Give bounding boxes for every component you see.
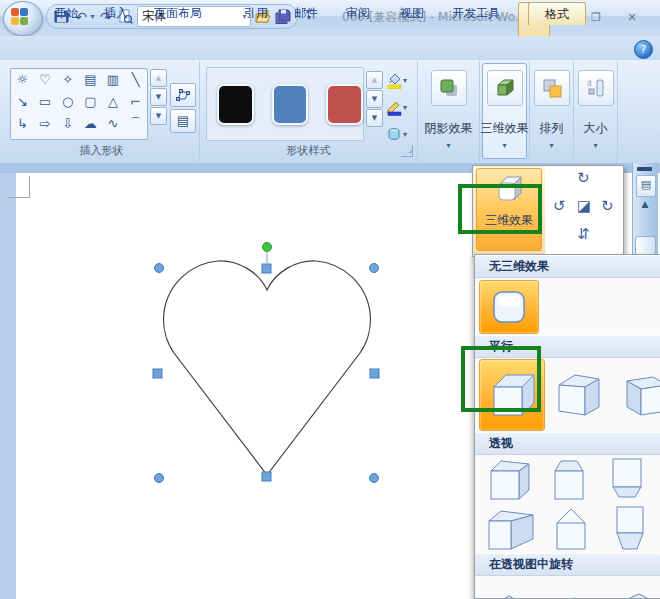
scroll-up-icon[interactable]: ▲ bbox=[636, 199, 654, 209]
tab-format[interactable]: 格式 bbox=[528, 2, 586, 25]
arrange-button[interactable]: 排列 ▾ bbox=[532, 63, 571, 159]
shape-rounded-rectangle-icon[interactable]: ▢ bbox=[84, 95, 96, 109]
rotate-vertical-icon[interactable]: ⇵ bbox=[577, 226, 590, 242]
gallery-more-icon[interactable]: ▼ bbox=[150, 107, 167, 125]
tilt-icon[interactable]: ◪ bbox=[577, 198, 591, 214]
gallery-scroll-up-icon[interactable]: ▲ bbox=[150, 69, 167, 87]
shape-styles-dialog-launcher-icon[interactable]: ⌟ bbox=[401, 145, 413, 157]
heart-shape bbox=[164, 261, 371, 475]
change-shape-button[interactable]: ▾ bbox=[386, 123, 416, 145]
perspective-long-box-icon bbox=[485, 505, 535, 551]
change-shape-dropdown-icon[interactable]: ▾ bbox=[403, 130, 407, 139]
resize-handle-bottom-left bbox=[155, 474, 164, 483]
split-window-handle[interactable] bbox=[637, 167, 652, 171]
fill-dropdown-icon[interactable]: ▾ bbox=[403, 76, 407, 85]
effect-perspective-top-tile[interactable] bbox=[547, 457, 591, 501]
tab-page-layout[interactable]: 页面布局 bbox=[146, 2, 210, 24]
perspective-top-icon bbox=[547, 457, 591, 501]
rotate-controls: ↻ ↺ ◪ ↻ ⇵ bbox=[547, 166, 621, 254]
style-more-icon[interactable]: ▼ bbox=[366, 109, 383, 127]
tab-mailings[interactable]: 邮件 bbox=[286, 2, 326, 24]
effect-perspective-cube-tile[interactable] bbox=[485, 457, 533, 501]
shape-star-4point-icon[interactable]: ✧ bbox=[62, 73, 73, 87]
shape-vertical-text-box-icon[interactable]: ▥ bbox=[107, 73, 119, 87]
rotate-right-icon[interactable]: ↻ bbox=[601, 198, 614, 214]
shape-elbow-arrow-connector-icon[interactable]: ↳ bbox=[17, 117, 28, 131]
shape-scribble-icon[interactable]: ∿ bbox=[108, 117, 119, 131]
gallery-scroll-down-icon[interactable]: ▼ bbox=[150, 88, 167, 106]
shape-text-box-icon[interactable]: ▤ bbox=[84, 73, 96, 87]
effect-none-tile[interactable] bbox=[479, 280, 539, 334]
tab-review[interactable]: 审阅 bbox=[338, 2, 378, 24]
tab-home[interactable]: 开始 bbox=[46, 2, 86, 24]
shape-freeform-icon[interactable]: ☁ bbox=[84, 117, 97, 131]
shape-rectangle-icon[interactable]: ▭ bbox=[39, 95, 51, 109]
size-icon bbox=[578, 70, 614, 106]
style-scroll-up-icon[interactable]: ▲ bbox=[366, 71, 383, 89]
effect-perspective-bigtrapezoid-tile[interactable] bbox=[607, 505, 653, 551]
effect-perspective-house-tile[interactable] bbox=[549, 505, 593, 551]
close-button[interactable]: ✕ bbox=[621, 10, 643, 26]
resize-handle-top-left bbox=[155, 264, 164, 273]
shape-fill-button[interactable]: ▾ bbox=[386, 69, 416, 91]
shape-sun-icon[interactable]: ☼ bbox=[17, 73, 29, 87]
undo-dropdown-icon[interactable]: ▾ bbox=[91, 12, 95, 21]
margin-corner-mark bbox=[29, 176, 30, 198]
effect-parallel-cube-2-tile[interactable] bbox=[545, 360, 613, 430]
heart-shape-selected[interactable] bbox=[140, 235, 390, 490]
shape-oval-icon[interactable]: ○ bbox=[62, 95, 73, 109]
tab-references[interactable]: 引用 bbox=[236, 2, 276, 24]
effect-rotated-cube-1-tile[interactable] bbox=[485, 590, 533, 599]
shape-gallery-scroll: ▲ ▼ ▼ bbox=[150, 69, 167, 125]
perspective-cube-icon bbox=[485, 457, 533, 501]
effect-parallel-cube-3-tile[interactable] bbox=[613, 360, 660, 430]
rotate-left-icon[interactable]: ↺ bbox=[553, 198, 566, 214]
effect-rotated-cube-2-tile[interactable] bbox=[549, 590, 597, 599]
shape-line-icon[interactable]: ╲ bbox=[132, 73, 140, 87]
group-label-shape-styles: 形状样式 bbox=[200, 143, 417, 158]
section-header-perspective: 透视 bbox=[475, 432, 660, 455]
style-swatch-red[interactable] bbox=[326, 84, 363, 125]
resize-handle-bottom bbox=[262, 472, 271, 481]
effect-rotated-cube-3-tile[interactable] bbox=[613, 590, 657, 599]
shape-triangle-icon[interactable]: △ bbox=[108, 95, 118, 109]
shadow-effects-button[interactable]: 阴影效果 ▾ bbox=[421, 63, 476, 159]
cube-parallel-2-icon bbox=[551, 367, 607, 423]
help-icon[interactable]: ? bbox=[634, 40, 653, 59]
outline-pencil-icon bbox=[386, 99, 403, 116]
shape-arc-icon[interactable]: ⌒ bbox=[129, 117, 142, 131]
shape-down-arrow-icon[interactable]: ⇩ bbox=[62, 117, 73, 131]
group-insert-shapes: ☼♡✧▤▥╲↘▭○▢△⌐↳⇨⇩☁∿⌒ ▲ ▼ ▼ ▤ 插入形状 bbox=[4, 61, 200, 161]
size-button[interactable]: 大小 ▾ bbox=[576, 63, 615, 159]
resize-handle-top bbox=[262, 264, 271, 273]
arrange-dropdown-icon: ▾ bbox=[549, 141, 553, 150]
shape-arrow-icon[interactable]: ↘ bbox=[17, 95, 28, 109]
tab-view[interactable]: 视图 bbox=[392, 2, 432, 24]
shape-elbow-connector-icon[interactable]: ⌐ bbox=[130, 95, 141, 109]
section-header-no-3d: 无三维效果 bbox=[475, 255, 660, 278]
style-swatch-blue[interactable] bbox=[272, 84, 309, 125]
tab-developer[interactable]: 开发工具 bbox=[444, 2, 508, 24]
scrollbar-thumb[interactable] bbox=[635, 236, 656, 255]
group-label-insert-shapes: 插入形状 bbox=[4, 143, 199, 158]
tab-insert[interactable]: 插入 bbox=[96, 2, 136, 24]
outline-dropdown-icon[interactable]: ▾ bbox=[403, 103, 407, 112]
shape-outline-button[interactable]: ▾ bbox=[386, 96, 416, 118]
shape-heart-icon[interactable]: ♡ bbox=[39, 73, 51, 87]
perspective-house-icon bbox=[549, 505, 593, 551]
threed-effects-button[interactable]: 三维效果 ▾ bbox=[482, 63, 527, 159]
text-box-button[interactable]: ▤ bbox=[170, 109, 196, 133]
resize-handle-left bbox=[153, 369, 162, 378]
style-scroll-down-icon[interactable]: ▼ bbox=[366, 90, 383, 108]
threed-effects-gallery: 无三维效果 平行 bbox=[474, 254, 660, 599]
shape-right-arrow-icon[interactable]: ⇨ bbox=[40, 117, 51, 131]
effect-perspective-bottom-tile[interactable] bbox=[605, 457, 649, 501]
style-swatch-black[interactable] bbox=[217, 84, 254, 125]
size-dropdown-icon: ▾ bbox=[593, 141, 597, 150]
ruler-toggle-icon[interactable]: ▤ bbox=[636, 175, 656, 197]
group-size: 大小 ▾ bbox=[574, 61, 618, 161]
rotate-clockwise-icon[interactable]: ↻ bbox=[577, 170, 590, 186]
restore-button[interactable]: ❐ bbox=[585, 10, 607, 26]
effect-perspective-long-tile[interactable] bbox=[485, 505, 535, 551]
edit-shape-button[interactable] bbox=[170, 83, 196, 107]
